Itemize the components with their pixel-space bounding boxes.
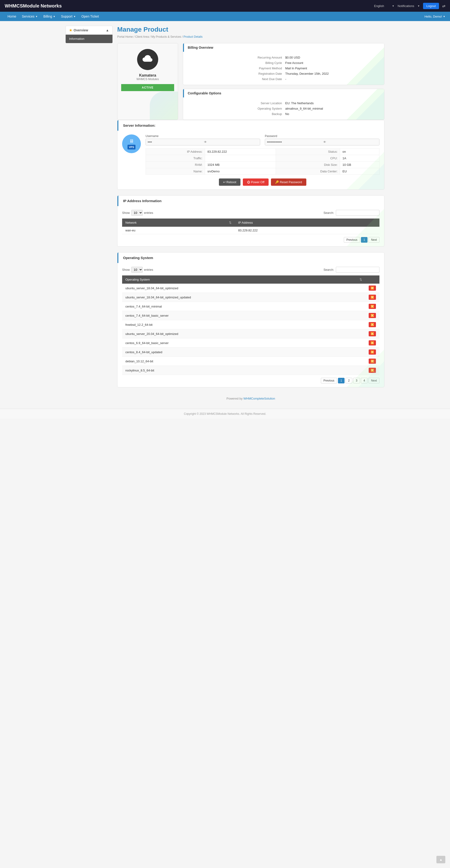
ip-entries-select[interactable]: 10 25 50 [131, 210, 143, 216]
billing-row: Recurring Amount$0.00 USD [187, 55, 380, 60]
server-stats-table: IP Address:83.229.82.222Status:onTraffic… [146, 148, 380, 175]
sidebar-overview[interactable]: ★Overview ▲ [66, 26, 113, 35]
breadcrumb-portal-home[interactable]: Portal Home [117, 35, 133, 38]
logout-button[interactable]: Logout [423, 3, 439, 9]
os-select-button-7[interactable]: 🔀 [369, 349, 376, 354]
ip-search-box: Search: [324, 210, 380, 216]
nav-open-ticket[interactable]: Open Ticket [79, 12, 102, 21]
nav-home[interactable]: Home [5, 12, 19, 21]
os-table-row: centos_8.4_64-bit_updated🔀 [122, 348, 380, 357]
os-search-box: Search: [324, 267, 380, 273]
ip-table: Network ⇅ IP Address wan-eu83.229.82.222 [122, 219, 380, 234]
ip-page-1[interactable]: 1 [361, 237, 368, 243]
server-stat-row: RAM:1024 MBDisk Size:10 GB [146, 162, 380, 168]
username-label: Username [146, 134, 260, 138]
server-stat-row: IP Address:83.229.82.222Status:on [146, 149, 380, 155]
os-table-row: centos_6.9_64-bit_basic_server🔀 [122, 338, 380, 348]
config-row: Operating Systemalmalinux_9_64-bit_minim… [187, 106, 380, 111]
configurable-options-panel: Configurable Options Server LocationEU: … [183, 89, 384, 120]
billing-overview-panel: Billing Overview Recurring Amount$0.00 U… [183, 43, 384, 85]
os-table: Operating System ⇅ ubuntu_server_18.04_6… [122, 275, 380, 375]
nav-billing[interactable]: Billing ▼ [40, 12, 58, 21]
config-row: BackupNo [187, 112, 380, 116]
site-logo: WHMCSModule Networks [5, 3, 62, 9]
os-show-entries: Show 10 25 50 entries [122, 267, 153, 273]
breadcrumb-my-products[interactable]: My Products & Services [151, 35, 181, 38]
powered-by-link[interactable]: WHMCompleteSolution [243, 397, 275, 400]
os-table-row: centos_7.4_64-bit_basic_server🔀 [122, 311, 380, 320]
ip-col-network: Network ⇅ [122, 219, 235, 227]
server-details: Username •••• 👁 Password •••••••••••••• [146, 134, 380, 186]
nav-support[interactable]: Support ▼ [58, 12, 79, 21]
os-table-row: ubuntu_server_18.04_64-bit_optimized🔀 [122, 284, 380, 293]
os-select-button-1[interactable]: 🔀 [369, 294, 376, 300]
password-value: •••••••••••••• [267, 140, 321, 144]
nav-services[interactable]: Services ▼ [19, 12, 40, 21]
os-select-button-0[interactable]: 🔀 [369, 285, 376, 291]
billing-row: Billing CycleFree Account [187, 60, 380, 65]
billing-row: Next Due Date- [187, 76, 380, 82]
server-monitor-icon: 🖥 [127, 138, 136, 144]
product-overview: Kamatera WHMCS Modules ACTIVE Billing Ov… [117, 43, 384, 120]
ip-search-label: Search: [324, 211, 334, 215]
action-buttons: ↩ Reboot ⏻ Power Off 🔑 Reset Password [146, 179, 380, 186]
sidebar-item-information[interactable]: Information [66, 35, 113, 43]
notifications-button[interactable]: Notifications [398, 4, 414, 8]
os-search-input[interactable] [336, 267, 380, 273]
os-page-4[interactable]: 4 [361, 378, 368, 383]
server-info-grid: 🖥 VPS Username •••• 👁 [122, 134, 380, 186]
os-page-1[interactable]: 1 [338, 378, 345, 383]
os-table-row: rockylinux_8.5_64-bit🔀 [122, 366, 380, 375]
card-decoration [150, 92, 178, 120]
os-select-button-8[interactable]: 🔀 [369, 359, 376, 364]
username-input-display: •••• 👁 [146, 138, 260, 146]
breadcrumb: Portal Home / Client Area / My Products … [117, 35, 384, 38]
powered-by: Powered by WHMCompleteSolution [117, 393, 384, 404]
ip-address-section: IP Address Information Show 10 25 50 ent… [117, 195, 384, 247]
os-prev-button[interactable]: Previous [321, 378, 337, 383]
username-value: •••• [148, 140, 202, 144]
os-select-button-9[interactable]: 🔀 [369, 368, 376, 373]
password-label: Password [265, 134, 380, 138]
os-select-button-3[interactable]: 🔀 [369, 313, 376, 318]
username-eye-icon[interactable]: 👁 [204, 140, 258, 144]
os-next-button[interactable]: Next [368, 378, 380, 383]
os-select-button-4[interactable]: 🔀 [369, 322, 376, 327]
info-panels: Billing Overview Recurring Amount$0.00 U… [183, 43, 384, 120]
os-section-header: Operating System [117, 252, 384, 263]
password-eye-icon[interactable]: 👁 [323, 140, 378, 144]
os-table-row: debian_10.12_64-bit🔀 [122, 357, 380, 366]
content-wrapper: ★Overview ▲ Information Manage Product P… [61, 21, 389, 409]
password-input-display: •••••••••••••• 👁 [265, 138, 380, 146]
os-select-button-2[interactable]: 🔀 [369, 304, 376, 309]
poweroff-button[interactable]: ⏻ Power Off [243, 179, 269, 186]
page-title: Manage Product [117, 26, 384, 33]
os-page-3[interactable]: 3 [353, 378, 360, 383]
os-page-2[interactable]: 2 [346, 378, 352, 383]
extra-icon-button[interactable]: ⇄ [442, 4, 445, 8]
product-subtitle: WHMCS Modules [137, 78, 159, 81]
breadcrumb-current: Product Details [183, 35, 203, 38]
server-information-section: Server Information: 🖥 VPS Username [117, 120, 384, 190]
reboot-button[interactable]: ↩ Reboot [219, 179, 241, 186]
os-pagination: Previous 1 2 3 4 Next [122, 378, 380, 383]
ip-search-input[interactable] [336, 210, 380, 216]
os-entries-select[interactable]: 10 25 50 [131, 267, 143, 273]
copyright: Copyright © 2023 WHMCSModule Networks. A… [0, 409, 450, 419]
product-icon [137, 49, 158, 70]
language-button[interactable]: English [369, 0, 389, 12]
billing-row: Registration DateThursday, December 15th… [187, 71, 380, 76]
resetpassword-button[interactable]: 🔑 Reset Password [271, 179, 306, 186]
os-select-button-6[interactable]: 🔀 [369, 340, 376, 345]
os-col-action [365, 275, 380, 284]
ip-table-header-row: Network ⇅ IP Address [122, 219, 380, 227]
ip-next-button[interactable]: Next [368, 237, 380, 243]
ip-prev-button[interactable]: Previous [344, 237, 360, 243]
server-stat-row: Name:srvDemoData Center:EU [146, 168, 380, 175]
ip-show-entries: Show 10 25 50 entries [122, 210, 153, 216]
credentials-row: Username •••• 👁 Password •••••••••••••• [146, 134, 380, 146]
breadcrumb-client-area[interactable]: Client Area [135, 35, 149, 38]
os-section-body: Show 10 25 50 entries Search: [117, 263, 384, 387]
os-select-button-5[interactable]: 🔀 [369, 331, 376, 336]
username-group: Username •••• 👁 [146, 134, 260, 146]
